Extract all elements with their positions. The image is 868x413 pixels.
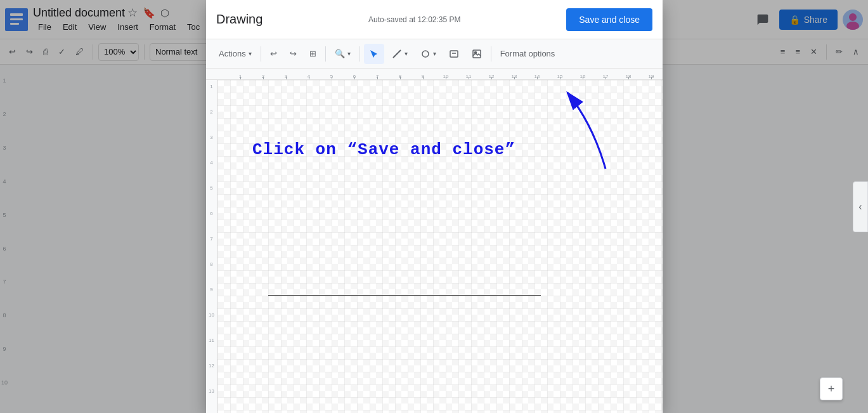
side-ruler-2: 2 <box>210 108 212 133</box>
ruler-tick-3: 3 <box>275 74 297 79</box>
ruler-tick-14: 14 <box>526 74 548 79</box>
image-tool-button[interactable] <box>467 44 487 64</box>
canvas-horizontal-line <box>268 295 541 296</box>
ruler-tick-15: 15 <box>548 74 571 79</box>
redo-draw-button[interactable]: ↪ <box>285 44 302 64</box>
side-panel-toggle[interactable]: ‹ <box>853 181 868 232</box>
ruler-tick-2: 2 <box>252 74 275 79</box>
side-ruler-4: 4 <box>210 159 212 184</box>
side-ruler-10: 10 <box>209 311 214 336</box>
floating-add-button[interactable]: + <box>820 377 843 400</box>
tool-sep-3 <box>360 46 360 62</box>
format-options-label: Format options <box>500 49 555 58</box>
drawing-autosave-text: Auto-saved at 12:02:35 PM <box>262 15 566 24</box>
ruler-tick-11: 11 <box>457 74 480 79</box>
format-options-button[interactable]: Format options <box>495 44 560 64</box>
side-ruler-9: 9 <box>210 285 212 311</box>
zoom-chevron: ▾ <box>347 50 351 57</box>
tool-sep-4 <box>491 46 491 62</box>
shape-chevron: ▾ <box>433 50 436 57</box>
ruler-tick-18: 18 <box>617 74 640 79</box>
drawing-ruler: 1 2 3 4 5 6 7 8 9 10 11 12 13 14 15 16 1… <box>206 69 663 80</box>
svg-point-7 <box>422 51 429 57</box>
ruler-ticks: 1 2 3 4 5 6 7 8 9 10 11 12 13 14 15 16 1… <box>229 69 663 79</box>
side-ruler-7: 7 <box>210 235 212 260</box>
ruler-tick-12: 12 <box>480 74 503 79</box>
drawing-side-ruler: 1 2 3 4 5 6 7 8 9 10 11 12 13 <box>206 80 217 413</box>
side-ruler-13: 13 <box>209 387 214 412</box>
save-and-close-button[interactable]: Save and close <box>566 8 652 31</box>
ruler-tick-13: 13 <box>503 74 526 79</box>
drawing-canvas-wrapper: 1 2 3 4 5 6 7 8 9 10 11 12 13 <box>206 80 663 413</box>
side-ruler-11: 11 <box>209 336 214 362</box>
layout-button[interactable]: ⊞ <box>304 44 321 64</box>
cursor-tool-button[interactable] <box>364 44 384 64</box>
ruler-tick-9: 9 <box>411 74 434 79</box>
drawing-header: Drawing Auto-saved at 12:02:35 PM Save a… <box>206 0 663 39</box>
ruler-tick-7: 7 <box>366 74 389 79</box>
line-tool-button[interactable]: ▾ <box>387 44 413 64</box>
drawing-toolbar: Actions ▾ ↩ ↪ ⊞ 🔍 ▾ ▾ ▾ <box>206 39 663 69</box>
undo-draw-button[interactable]: ↩ <box>265 44 282 64</box>
canvas-content: Click on “Save and close” <box>217 80 663 413</box>
zoom-icon: 🔍 <box>335 49 345 58</box>
actions-menu-button[interactable]: Actions ▾ <box>214 44 257 64</box>
side-ruler-3: 3 <box>210 133 212 159</box>
actions-label: Actions <box>219 49 246 58</box>
textbox-tool-button[interactable] <box>444 44 464 64</box>
drawing-modal: Drawing Auto-saved at 12:02:35 PM Save a… <box>206 0 663 413</box>
line-chevron: ▾ <box>405 50 408 57</box>
ruler-tick-17: 17 <box>594 74 617 79</box>
tool-sep-2 <box>325 46 326 62</box>
svg-rect-8 <box>450 51 458 57</box>
textbox-icon <box>449 49 459 59</box>
side-ruler-12: 12 <box>209 362 214 387</box>
ruler-tick-4: 4 <box>297 74 320 79</box>
cursor-icon <box>369 49 379 59</box>
ruler-tick-5: 5 <box>320 74 343 79</box>
side-ruler-5: 5 <box>210 184 212 209</box>
shape-tool-button[interactable]: ▾ <box>415 44 441 64</box>
canvas-annotation-text: Click on “Save and close” <box>252 140 515 159</box>
shape-icon <box>420 49 431 59</box>
side-ruler-8: 8 <box>210 260 212 285</box>
ruler-tick-8: 8 <box>389 74 411 79</box>
drawing-canvas[interactable]: Click on “Save and close” <box>217 80 663 413</box>
ruler-tick-1: 1 <box>229 74 252 79</box>
side-ruler-1: 1 <box>210 82 212 108</box>
ruler-tick-16: 16 <box>571 74 594 79</box>
line-icon <box>392 49 402 59</box>
ruler-tick-10: 10 <box>434 74 457 79</box>
drawing-title: Drawing <box>216 12 262 27</box>
tool-sep-1 <box>261 46 261 62</box>
side-ruler-6: 6 <box>210 209 212 235</box>
zoom-draw-button[interactable]: 🔍 ▾ <box>330 44 356 64</box>
image-icon <box>472 49 482 59</box>
actions-chevron: ▾ <box>249 50 252 57</box>
arrow-annotation <box>555 86 631 175</box>
svg-line-6 <box>393 50 401 58</box>
ruler-tick-6: 6 <box>343 74 366 79</box>
ruler-tick-19: 19 <box>640 74 663 79</box>
